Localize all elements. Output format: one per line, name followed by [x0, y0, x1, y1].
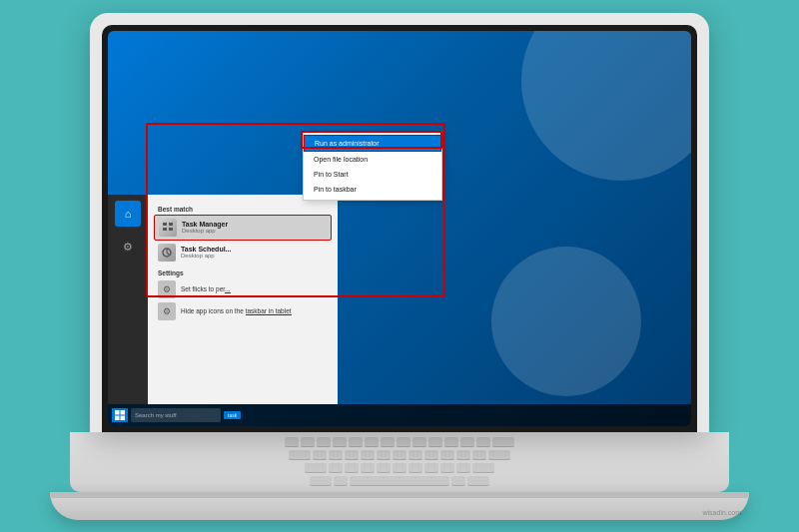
svg-rect-7 — [115, 410, 120, 415]
key — [377, 463, 391, 473]
key — [365, 437, 379, 447]
svg-rect-8 — [121, 410, 126, 415]
task-scheduler-info: Task Schedul... Desktop app — [181, 246, 231, 259]
sidebar-home-icon[interactable]: ⌂ — [115, 201, 141, 227]
key — [377, 450, 391, 460]
laptop-wrapper: ⌂ ⚙ Best match — [50, 13, 749, 520]
key — [456, 450, 470, 460]
key — [329, 450, 343, 460]
key — [381, 437, 395, 447]
key — [408, 450, 422, 460]
taskbar-search-box[interactable]: Search my stuff — [131, 408, 221, 422]
task-manager-title: Task Manager — [182, 221, 228, 228]
key — [456, 463, 470, 473]
windows-logo-icon — [115, 410, 125, 420]
task-manager-subtitle: Desktop app — [182, 228, 228, 234]
key — [408, 463, 422, 473]
key — [412, 437, 426, 447]
watermark: wisadin.com — [702, 509, 741, 516]
best-match-label: Best match — [158, 206, 332, 213]
context-pin-to-start[interactable]: Pin to Start — [304, 167, 441, 182]
context-run-as-admin[interactable]: Run as administrator — [304, 135, 441, 152]
key — [345, 463, 359, 473]
key — [424, 450, 438, 460]
key — [440, 450, 454, 460]
taskbar: Search my stuff task — [108, 404, 691, 426]
context-pin-to-taskbar[interactable]: Pin to taskbar — [304, 182, 441, 197]
key-tab — [289, 450, 311, 460]
task-scheduler-subtitle: Desktop app — [181, 253, 231, 259]
key — [361, 463, 375, 473]
svg-rect-0 — [163, 223, 167, 226]
context-open-file-location[interactable]: Open file location — [304, 152, 441, 167]
key — [329, 463, 343, 473]
laptop-screen: ⌂ ⚙ Best match — [108, 31, 691, 426]
svg-rect-2 — [163, 228, 167, 231]
key-backspace — [492, 437, 514, 447]
sidebar-settings-icon[interactable]: ⚙ — [115, 235, 141, 261]
task-manager-icon — [159, 219, 177, 237]
settings-item-1[interactable]: ⚙ Set flicks to per... — [154, 278, 332, 300]
key-enter — [488, 450, 510, 460]
laptop-hinge — [50, 492, 749, 498]
key — [317, 437, 331, 447]
key-alt-left — [334, 476, 348, 486]
keyboard-row-1 — [285, 437, 514, 447]
settings-tablet-icon: ⚙ — [158, 302, 176, 320]
key — [476, 437, 490, 447]
key — [361, 450, 375, 460]
settings-flicks-text: Set flicks to per... — [181, 285, 231, 292]
key — [393, 450, 406, 460]
taskbar-search-text: Search my stuff — [135, 412, 177, 418]
key-ctrl-right — [467, 476, 489, 486]
settings-section-label: Settings — [158, 269, 332, 276]
keyboard-row-3 — [305, 463, 494, 473]
key — [301, 437, 315, 447]
task-scheduler-title: Task Schedul... — [181, 246, 231, 253]
keyboard-row-2 — [289, 450, 510, 460]
task-manager-info: Task Manager Desktop app — [182, 221, 228, 234]
key-ctrl-left — [310, 476, 332, 486]
laptop-keyboard-area — [70, 432, 729, 492]
key-space — [350, 476, 449, 486]
key — [285, 437, 299, 447]
svg-rect-3 — [169, 228, 173, 231]
screen-bezel: ⌂ ⚙ Best match — [102, 25, 697, 432]
key-shift-right — [472, 463, 494, 473]
context-menu: Run as administrator Open file location … — [303, 131, 442, 201]
settings-tablet-text: Hide app icons on the taskbar in tablet — [181, 307, 292, 314]
svg-line-6 — [167, 253, 169, 255]
key — [349, 437, 363, 447]
bg-decoration-1 — [521, 31, 691, 181]
key — [313, 450, 327, 460]
start-sidebar: ⌂ ⚙ — [108, 195, 148, 404]
key — [397, 437, 410, 447]
key — [428, 437, 442, 447]
key — [345, 450, 359, 460]
svg-rect-10 — [121, 415, 126, 420]
key — [333, 437, 347, 447]
svg-rect-9 — [115, 415, 120, 420]
key — [472, 450, 486, 460]
key-alt-right — [451, 476, 465, 486]
key — [393, 463, 406, 473]
task-scheduler-result[interactable]: Task Schedul... Desktop app — [154, 241, 332, 265]
settings-item-2[interactable]: ⚙ Hide app icons on the taskbar in table… — [154, 300, 332, 322]
task-scheduler-icon — [158, 244, 176, 262]
svg-rect-1 — [169, 223, 173, 226]
key — [444, 437, 458, 447]
key — [440, 463, 454, 473]
start-search-panel: ⌂ ⚙ Best match — [108, 195, 338, 404]
settings-flicks-icon: ⚙ — [158, 280, 176, 298]
key-shift-left — [305, 463, 327, 473]
key — [424, 463, 438, 473]
start-main-panel: Best match Task Manager Desktop app — [148, 195, 338, 404]
start-button[interactable] — [112, 408, 128, 422]
laptop-screen-outer: ⌂ ⚙ Best match — [90, 13, 709, 432]
key — [460, 437, 474, 447]
keyboard-row-4 — [310, 476, 489, 486]
task-manager-result[interactable]: Task Manager Desktop app — [154, 215, 332, 241]
laptop-base — [50, 492, 749, 520]
taskbar-task-button[interactable]: task — [224, 411, 241, 419]
bg-decoration-2 — [491, 247, 641, 396]
